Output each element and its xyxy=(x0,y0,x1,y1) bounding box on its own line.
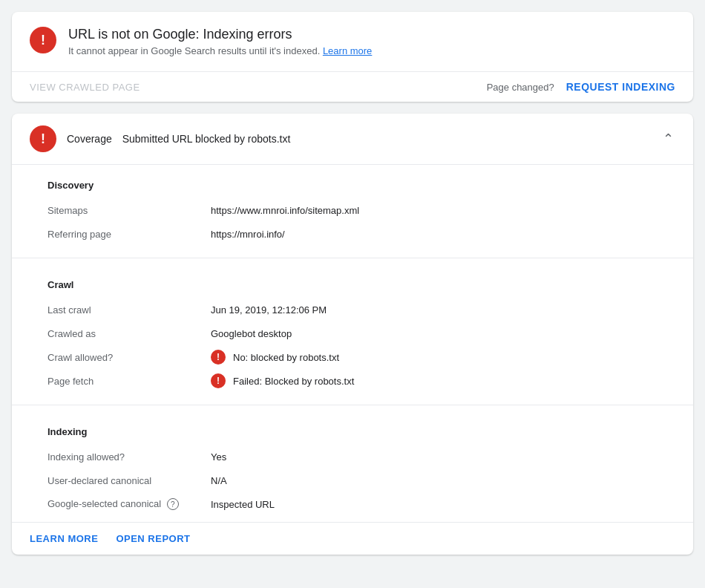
indexing-section: Indexing Indexing allowed? Yes User-decl… xyxy=(12,411,693,522)
error-icon: ! xyxy=(30,27,56,53)
alert-description: It cannot appear in Google Search result… xyxy=(68,45,372,56)
learn-more-button[interactable]: LEARN MORE xyxy=(30,533,98,544)
last-crawl-label: Last crawl xyxy=(47,304,211,316)
collapse-button[interactable]: ⌃ xyxy=(660,131,675,146)
crawl-heading: Crawl xyxy=(47,279,658,290)
action-bar-right: Page changed? REQUEST INDEXING xyxy=(487,81,675,93)
table-row: Sitemaps https://www.mnroi.info/sitemap.… xyxy=(47,198,658,222)
crawl-allowed-value: ! No: blocked by robots.txt xyxy=(211,350,339,365)
coverage-error-icon: ! xyxy=(30,125,56,152)
table-row: Page fetch ! Failed: Blocked by robots.t… xyxy=(47,369,658,393)
table-row: Referring page https://mnroi.info/ xyxy=(47,222,658,246)
crawled-as-label: Crawled as xyxy=(47,328,211,339)
page-changed-text: Page changed? xyxy=(487,82,554,93)
bottom-actions: LEARN MORE OPEN REPORT xyxy=(12,522,693,555)
user-canonical-value: N/A xyxy=(211,475,227,486)
last-crawl-value: Jun 19, 2019, 12:12:06 PM xyxy=(211,304,327,316)
table-row: Last crawl Jun 19, 2019, 12:12:06 PM xyxy=(47,298,658,321)
coverage-header-left: ! Coverage Submitted URL blocked by robo… xyxy=(30,125,290,152)
indexing-heading: Indexing xyxy=(47,426,658,437)
coverage-header: ! Coverage Submitted URL blocked by robo… xyxy=(12,114,693,165)
indexing-allowed-label: Indexing allowed? xyxy=(47,451,211,463)
crawled-as-value: Googlebot desktop xyxy=(211,328,292,339)
divider xyxy=(12,258,693,258)
referring-page-label: Referring page xyxy=(47,229,211,240)
table-row: Crawl allowed? ! No: blocked by robots.t… xyxy=(47,345,658,369)
divider xyxy=(12,405,693,405)
alert-title: URL is not on Google: Indexing errors xyxy=(68,27,372,42)
page-fetch-label: Page fetch xyxy=(47,376,211,387)
coverage-card: ! Coverage Submitted URL blocked by robo… xyxy=(12,114,693,555)
help-icon[interactable]: ? xyxy=(167,498,179,510)
request-indexing-button[interactable]: REQUEST INDEXING xyxy=(566,81,675,93)
coverage-title: Coverage xyxy=(67,133,112,145)
google-canonical-value: Inspected URL xyxy=(211,499,275,510)
referring-page-value: https://mnroi.info/ xyxy=(211,229,285,240)
alert-content: URL is not on Google: Indexing errors It… xyxy=(68,27,372,56)
table-row: Indexing allowed? Yes xyxy=(47,445,658,468)
indexing-allowed-value: Yes xyxy=(211,451,226,463)
table-row: Crawled as Googlebot desktop xyxy=(47,321,658,345)
page-fetch-value: ! Failed: Blocked by robots.txt xyxy=(211,373,354,388)
crawl-allowed-label: Crawl allowed? xyxy=(47,352,211,363)
user-canonical-label: User-declared canonical xyxy=(47,475,211,486)
discovery-section: Discovery Sitemaps https://www.mnroi.inf… xyxy=(12,165,693,252)
sitemaps-label: Sitemaps xyxy=(47,205,211,216)
view-crawled-button[interactable]: VIEW CRAWLED PAGE xyxy=(30,82,140,93)
action-bar: VIEW CRAWLED PAGE Page changed? REQUEST … xyxy=(12,71,693,102)
open-report-button[interactable]: OPEN REPORT xyxy=(116,533,190,544)
alert-card: ! URL is not on Google: Indexing errors … xyxy=(12,12,693,102)
discovery-heading: Discovery xyxy=(47,180,658,191)
sitemaps-value: https://www.mnroi.info/sitemap.xml xyxy=(211,205,359,216)
google-canonical-label: Google-selected canonical ? xyxy=(47,498,211,511)
table-row: User-declared canonical N/A xyxy=(47,468,658,492)
table-row: Google-selected canonical ? Inspected UR… xyxy=(47,492,658,516)
crawl-section: Crawl Last crawl Jun 19, 2019, 12:12:06 … xyxy=(12,264,693,399)
coverage-value: Submitted URL blocked by robots.txt xyxy=(122,133,291,145)
learn-more-link[interactable]: Learn more xyxy=(323,45,372,56)
crawl-error-icon: ! xyxy=(211,350,226,365)
page-fetch-error-icon: ! xyxy=(211,373,226,388)
